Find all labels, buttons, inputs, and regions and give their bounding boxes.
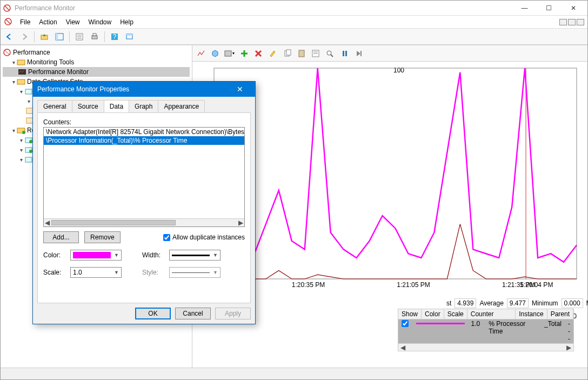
svg-text:?: ? <box>113 33 117 41</box>
add-button[interactable]: Add... <box>43 231 79 243</box>
view-type-button[interactable] <box>195 47 208 60</box>
svg-rect-14 <box>126 34 132 36</box>
menu-action[interactable]: Action <box>35 17 61 27</box>
remove-button[interactable]: Remove <box>84 231 121 243</box>
remove-counter-button[interactable] <box>252 47 265 60</box>
mdi-close-icon[interactable] <box>577 19 584 25</box>
mdi-minimize-icon[interactable] <box>559 19 567 25</box>
color-select[interactable]: ▼ <box>70 250 122 261</box>
style-select: ▼ <box>169 267 220 278</box>
print-icon[interactable] <box>88 30 101 43</box>
dialog-close-button[interactable]: ✕ <box>229 85 251 94</box>
allow-duplicate-checkbox[interactable]: Allow duplicate instances <box>163 234 245 241</box>
copy-icon[interactable] <box>281 47 294 60</box>
properties-icon[interactable] <box>73 30 86 43</box>
dialog-footer: OK Cancel Apply <box>33 303 255 324</box>
tab-data[interactable]: Data <box>104 100 129 112</box>
scale-select[interactable]: 1.0▼ <box>70 267 122 278</box>
legend-counter: % Processor Time <box>485 319 541 343</box>
svg-rect-10 <box>93 34 96 36</box>
paste-icon[interactable] <box>295 47 308 60</box>
width-sample <box>172 255 210 256</box>
legend-instance: _Total <box>541 319 565 343</box>
tab-graph[interactable]: Graph <box>129 100 158 112</box>
minimize-button[interactable]: — <box>512 1 537 15</box>
svg-point-37 <box>327 51 331 55</box>
menu-file[interactable]: File <box>16 17 35 27</box>
legend-scale: 1.0 <box>468 319 486 343</box>
counters-listbox[interactable]: \Network Adapter(Intel[R] 82574L Gigabit… <box>43 127 245 227</box>
svg-rect-33 <box>299 50 304 57</box>
highlight-button[interactable] <box>266 47 279 60</box>
view-3d-icon[interactable] <box>209 47 222 60</box>
tab-general[interactable]: General <box>37 100 72 112</box>
menu-window[interactable]: Window <box>84 17 116 27</box>
style-sample <box>172 272 210 273</box>
stat-avg-value: 9.477 <box>507 298 529 308</box>
cancel-button[interactable]: Cancel <box>175 308 211 319</box>
pause-button[interactable] <box>338 47 351 60</box>
back-button[interactable] <box>3 30 16 43</box>
forward-button[interactable] <box>18 30 31 43</box>
ok-button[interactable]: OK <box>135 308 171 319</box>
color-label: Color: <box>43 251 65 259</box>
legend-hdr-instance[interactable]: Instance <box>516 309 547 319</box>
dialog-titlebar[interactable]: Performance Monitor Properties ✕ <box>33 82 255 97</box>
legend-hdr-show[interactable]: Show <box>398 309 422 319</box>
app-icon-small <box>4 17 14 27</box>
app-icon <box>3 4 11 12</box>
tab-source[interactable]: Source <box>72 100 104 112</box>
help-icon[interactable]: ? <box>108 30 121 43</box>
tree-monitoring-tools[interactable]: ▾ Monitoring Tools <box>3 57 190 67</box>
menu-help[interactable]: Help <box>116 17 138 27</box>
stat-max-label: Maximum <box>586 299 588 307</box>
legend-hdr-color[interactable]: Color <box>422 309 444 319</box>
window-title: Performance Monitor <box>15 4 512 12</box>
counter-item-0[interactable]: \Network Adapter(Intel[R] 82574L Gigabit… <box>44 128 244 136</box>
chart-type-dropdown[interactable]: ▾ <box>223 47 236 60</box>
tree-perfmon-node[interactable]: Performance Monitor <box>3 67 190 77</box>
counter-item-1[interactable]: \Processor Information(_Total)\% Process… <box>44 136 244 145</box>
properties-dialog: Performance Monitor Properties ✕ General… <box>32 81 256 324</box>
svg-rect-40 <box>345 51 347 56</box>
svg-text:1:21:05 PM: 1:21:05 PM <box>397 281 430 289</box>
legend-show-checkbox[interactable] <box>402 320 409 327</box>
tree-root[interactable]: Performance <box>3 48 190 57</box>
svg-rect-16 <box>17 60 25 65</box>
stat-avg-label: Average <box>479 299 503 307</box>
legend-hdr-parent[interactable]: Parent <box>547 309 573 319</box>
tab-appearance[interactable]: Appearance <box>158 100 205 112</box>
titlebar: Performance Monitor — ☐ ✕ <box>1 1 587 16</box>
legend-scrollbar[interactable]: ◀▶ <box>398 343 573 351</box>
legend-hdr-counter[interactable]: Counter <box>467 309 516 319</box>
menubar: File Action View Window Help <box>1 16 587 29</box>
new-window-icon[interactable] <box>123 30 136 43</box>
maximize-button[interactable]: ☐ <box>537 1 561 15</box>
legend-hdr-scale[interactable]: Scale <box>444 309 467 319</box>
step-button[interactable] <box>352 47 365 60</box>
folder-up-icon[interactable] <box>38 30 51 43</box>
legend-color-swatch <box>416 323 465 324</box>
style-label: Style: <box>142 269 164 276</box>
width-select[interactable]: ▼ <box>169 250 220 261</box>
status-bar <box>1 368 587 379</box>
menu-view[interactable]: View <box>62 17 84 27</box>
listbox-hscrollbar[interactable]: ◀▶ <box>44 218 244 226</box>
mdi-restore-icon[interactable] <box>568 19 576 25</box>
props-icon[interactable] <box>309 47 322 60</box>
close-button[interactable]: ✕ <box>561 1 585 15</box>
svg-text:1:20:04 PM: 1:20:04 PM <box>520 281 553 289</box>
zoom-icon[interactable] <box>323 47 336 60</box>
chart-toolbar: ▾ <box>192 45 587 62</box>
show-tree-icon[interactable] <box>53 30 66 43</box>
svg-rect-18 <box>17 79 25 84</box>
scale-label: Scale: <box>43 269 65 276</box>
svg-rect-29 <box>25 157 32 162</box>
stat-last-value: 4.939 <box>455 298 476 308</box>
svg-rect-19 <box>25 89 32 94</box>
legend-row[interactable]: 1.0 % Processor Time _Total --- <box>398 319 573 343</box>
legend[interactable]: Show Color Scale Counter Instance Parent… <box>398 309 574 351</box>
add-counter-button[interactable] <box>238 47 251 60</box>
dialog-tabs: General Source Data Graph Appearance <box>33 97 255 112</box>
svg-line-38 <box>331 55 333 57</box>
